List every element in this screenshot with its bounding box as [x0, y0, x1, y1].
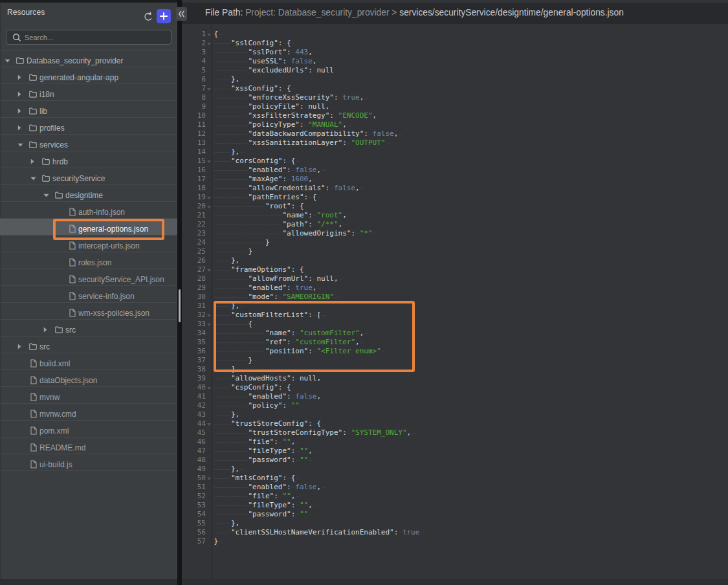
tree-item-label: wm-xss-policies.json [78, 309, 149, 318]
fold-arrow-icon[interactable] [207, 269, 211, 272]
file-tree: Database_security_providergenerated-angu… [0, 50, 177, 471]
line-number: 48 [182, 456, 206, 465]
tree-item-designtime[interactable]: designtime [0, 185, 177, 202]
tree-item-auth-info.json[interactable]: auth-info.json [0, 202, 177, 219]
tree-item-intercept-urls.json[interactable]: intercept-urls.json [0, 236, 177, 252]
chevron-right-icon[interactable] [17, 344, 25, 349]
line-number: 33 [182, 320, 206, 329]
code-line: 22"path":"/**", [182, 220, 728, 229]
chevron-down-icon[interactable] [30, 177, 38, 181]
tree-item-service-info.json[interactable]: service-info.json [0, 286, 177, 303]
code-line: 34"name":"customFilter", [182, 329, 728, 338]
file-icon [68, 241, 76, 250]
code-line: 11"policyType":"MANUAL", [182, 120, 728, 129]
tree-item-mvnw[interactable]: mvnw [0, 387, 177, 404]
fold-arrow-icon[interactable] [207, 43, 211, 45]
chevron-right-icon[interactable] [30, 159, 38, 164]
code-line-text: "pathEntries":{ [214, 193, 322, 202]
fold-arrow-icon[interactable] [207, 206, 211, 208]
search-input[interactable] [25, 34, 154, 41]
code-line-text: "allowedHosts":null, [214, 374, 327, 383]
collapse-sidebar-button[interactable] [176, 7, 187, 21]
folder-icon [29, 91, 37, 98]
code-line-text: }, [214, 148, 245, 157]
code-line-text: "fileType":"", [214, 447, 318, 456]
tree-item-securityService_API.json[interactable]: securityService_API.json [0, 269, 177, 286]
fold-arrow-icon[interactable] [207, 478, 211, 480]
fold-arrow-icon[interactable] [207, 387, 211, 390]
tree-item-profiles[interactable]: profiles [0, 118, 177, 135]
line-number: 34 [182, 329, 206, 338]
line-number: 15 [182, 157, 206, 166]
tree-item-pom.xml[interactable]: pom.xml [0, 421, 177, 437]
code-line: 17"maxAge":1600, [182, 175, 728, 184]
line-number: 25 [182, 247, 206, 256]
code-line: 36"position":"<Filter enum>" [182, 347, 728, 356]
line-number: 56 [182, 528, 206, 537]
tree-item-label: lib [39, 107, 47, 116]
code-line: 23"allowedOrigins":"*" [182, 229, 728, 238]
folder-icon [42, 175, 50, 182]
chevron-down-icon[interactable] [5, 59, 12, 63]
code-line: 9"policyFile":null, [182, 102, 728, 111]
tree-item-securityService[interactable]: securityService [0, 168, 177, 185]
chevron-right-icon[interactable] [17, 125, 25, 131]
tree-item-roles.json[interactable]: roles.json [0, 252, 177, 269]
fold-arrow-icon[interactable] [207, 88, 211, 91]
tree-item-general-options.json[interactable]: general-options.json [0, 219, 177, 236]
line-number: 38 [182, 365, 206, 374]
refresh-button[interactable] [142, 12, 154, 23]
chevron-right-icon[interactable] [17, 91, 25, 97]
tree-item-Database_security_provider[interactable]: Database_security_provider [0, 50, 177, 67]
fold-arrow-icon[interactable] [207, 315, 211, 317]
code-line: 46"file":"", [182, 437, 728, 447]
tree-item-mvnw.cmd[interactable]: mvnw.cmd [0, 404, 177, 421]
tree-item-ui-build.js[interactable]: ui-build.js [0, 454, 177, 471]
code-line: 8"enforceXssSecurity":true, [182, 93, 728, 102]
tree-item-label: src [65, 326, 76, 335]
resources-panel: Resources Database_security_provid [0, 3, 177, 585]
fold-arrow-icon[interactable] [207, 160, 211, 163]
file-icon [68, 258, 76, 267]
fold-arrow-icon[interactable] [207, 324, 211, 326]
tree-item-generated-angular-app[interactable]: generated-angular-app [0, 67, 177, 84]
fold-arrow-icon[interactable] [207, 423, 211, 426]
tree-item-i18n[interactable]: i18n [0, 84, 177, 101]
fold-arrow-icon[interactable] [207, 34, 211, 36]
chevron-right-icon[interactable] [17, 74, 25, 80]
code-line: 20"root":{ [182, 202, 728, 211]
line-number: 51 [182, 483, 206, 492]
code-line-text: "enabled":false, [214, 166, 327, 175]
code-line: 39"allowedHosts":null, [182, 374, 728, 383]
tree-item-label: auth-info.json [78, 208, 125, 217]
chevron-down-icon[interactable] [43, 193, 50, 197]
code-line-text: "policyType":"MANUAL", [214, 120, 352, 129]
tree-item-services[interactable]: services [0, 135, 177, 151]
line-number: 54 [182, 510, 206, 519]
code-line: 31}, [182, 302, 728, 311]
line-number: 36 [182, 347, 206, 356]
line-number: 20 [182, 202, 206, 211]
chevron-right-icon[interactable] [17, 108, 25, 114]
tree-item-lib[interactable]: lib [0, 101, 177, 118]
tree-item-hrdb[interactable]: hrdb [0, 151, 177, 168]
chevron-right-icon[interactable] [43, 327, 50, 333]
tree-item-wm-xss-policies.json[interactable]: wm-xss-policies.json [0, 303, 177, 320]
code-line: 51"enabled":false, [182, 483, 728, 492]
chevron-down-icon[interactable] [17, 143, 25, 147]
sidebar-scrollbar-thumb[interactable] [179, 289, 181, 322]
fold-arrow-icon[interactable] [207, 197, 211, 199]
tree-item-src[interactable]: src [0, 337, 177, 353]
add-resource-button[interactable] [157, 9, 171, 23]
line-number: 43 [182, 410, 206, 419]
tree-item-README.md[interactable]: README.md [0, 437, 177, 454]
tree-item-src[interactable]: src [0, 320, 177, 337]
code-line: 35"ref":"customFilter", [182, 338, 728, 347]
code-editor[interactable]: 1{2"sslConfig":{3"sslPort":443,4"useSSL"… [182, 24, 728, 579]
tree-item-build.xml[interactable]: build.xml [0, 353, 177, 370]
code-line-text: "fileType":"", [214, 501, 318, 510]
tree-item-label: README.md [39, 443, 85, 452]
file-icon [68, 309, 76, 317]
tree-item-dataObjects.json[interactable]: dataObjects.json [0, 370, 177, 387]
code-line-text: "useSSL":false, [214, 57, 322, 66]
